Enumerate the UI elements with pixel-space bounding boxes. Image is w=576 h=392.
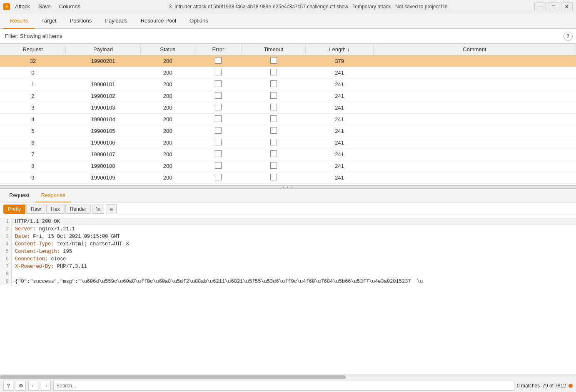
pretty-button[interactable]: Pretty	[3, 205, 25, 214]
timeout-checkbox[interactable]	[270, 80, 277, 87]
error-checkbox[interactable]	[215, 139, 222, 145]
col-comment[interactable]: Comment	[373, 44, 576, 55]
hex-button[interactable]: Hex	[46, 205, 64, 214]
cell-status: 200	[140, 114, 195, 125]
cell-status: 200	[140, 160, 195, 172]
table-row[interactable]: 119900101200241	[0, 79, 576, 90]
close-button[interactable]: ✕	[561, 2, 573, 11]
search-input[interactable]	[53, 381, 514, 391]
forward-button[interactable]: →	[41, 381, 51, 391]
cell-payload: 19900107	[66, 149, 140, 160]
table-row[interactable]: 719900107200241	[0, 149, 576, 160]
attack-menu[interactable]: Attack	[13, 2, 32, 10]
tab-payloads[interactable]: Payloads	[98, 13, 134, 29]
tab-positions[interactable]: Positions	[63, 13, 99, 29]
table-row[interactable]: 0200241	[0, 67, 576, 79]
tab-results[interactable]: Results	[3, 13, 35, 29]
timeout-checkbox[interactable]	[270, 127, 277, 134]
timeout-checkbox[interactable]	[270, 139, 277, 145]
col-error[interactable]: Error	[195, 44, 242, 55]
cell-payload: 19900103	[66, 102, 140, 114]
table-row[interactable]: 919900109200241	[0, 172, 576, 184]
response-line: 9{"0":"success","msg":"\u606d\u559c\u60a…	[0, 278, 576, 285]
settings-button[interactable]: ⚙	[16, 381, 26, 391]
col-status[interactable]: Status	[140, 44, 195, 55]
error-checkbox[interactable]	[215, 127, 222, 134]
timeout-checkbox[interactable]	[270, 57, 277, 64]
line-number: 4	[0, 240, 12, 248]
help-button[interactable]: ?	[3, 381, 13, 391]
table-row[interactable]: 3219900201200379	[0, 55, 576, 67]
line-number: 1	[0, 218, 12, 225]
horizontal-scrollbar[interactable]	[0, 375, 576, 379]
table-header-row: Request Payload Status Error Timeout Len…	[0, 44, 576, 55]
cell-timeout	[242, 160, 306, 172]
line-number: 3	[0, 233, 12, 240]
timeout-checkbox[interactable]	[270, 162, 277, 169]
col-timeout[interactable]: Timeout	[242, 44, 306, 55]
cell-status: 200	[140, 55, 195, 67]
col-request[interactable]: Request	[0, 44, 66, 55]
cell-timeout	[242, 79, 306, 90]
error-checkbox[interactable]	[215, 104, 222, 110]
raw-button[interactable]: Raw	[26, 205, 45, 214]
cell-comment	[373, 160, 576, 172]
cell-comment	[373, 90, 576, 102]
filter-bar: Filter: Showing all items ?	[0, 29, 576, 44]
tab-response[interactable]: Response	[35, 189, 71, 202]
cell-status: 200	[140, 137, 195, 149]
error-checkbox[interactable]	[215, 69, 222, 75]
timeout-checkbox[interactable]	[270, 92, 277, 99]
error-checkbox[interactable]	[215, 150, 222, 157]
render-button[interactable]: Render	[65, 205, 91, 214]
response-line: 2Server: nginx/1.21.1	[0, 225, 576, 233]
cell-error	[195, 137, 242, 149]
minimize-button[interactable]: —	[534, 2, 546, 11]
col-length[interactable]: Length ↓	[306, 44, 374, 55]
filter-help-button[interactable]: ?	[564, 32, 573, 41]
line-content	[12, 270, 18, 278]
cell-status: 200	[140, 125, 195, 137]
col-payload[interactable]: Payload	[66, 44, 140, 55]
ln-button[interactable]: \n	[92, 205, 104, 214]
cell-request: 3	[0, 102, 66, 114]
filter-text: Filter: Showing all items	[3, 31, 560, 41]
pane-divider[interactable]: • • •	[0, 185, 576, 189]
table-row[interactable]: 619900106200241	[0, 137, 576, 149]
tab-target[interactable]: Target	[35, 13, 63, 29]
tab-options[interactable]: Options	[183, 13, 215, 29]
timeout-checkbox[interactable]	[270, 174, 277, 180]
error-checkbox[interactable]	[215, 92, 222, 99]
tab-request[interactable]: Request	[3, 189, 35, 202]
table-row[interactable]: 519900105200241	[0, 125, 576, 137]
cell-status: 200	[140, 172, 195, 184]
table-row[interactable]: 219900102200241	[0, 90, 576, 102]
error-checkbox[interactable]	[215, 115, 222, 122]
response-line: 6Connection: close	[0, 255, 576, 263]
timeout-checkbox[interactable]	[270, 69, 277, 75]
table-row[interactable]: 419900104200241	[0, 114, 576, 125]
error-checkbox[interactable]	[215, 80, 222, 87]
columns-menu[interactable]: Columns	[57, 2, 82, 10]
timeout-checkbox[interactable]	[270, 115, 277, 122]
cell-status: 200	[140, 149, 195, 160]
cell-timeout	[242, 67, 306, 79]
back-button[interactable]: ←	[28, 381, 38, 391]
response-line: 3Date: Fri, 15 Oct 2021 09:15:00 GMT	[0, 233, 576, 240]
save-menu[interactable]: Save	[37, 2, 52, 10]
cell-payload: 19900201	[66, 55, 140, 67]
timeout-checkbox[interactable]	[270, 150, 277, 157]
scrollbar-thumb[interactable]	[0, 375, 346, 379]
error-checkbox[interactable]	[215, 57, 222, 64]
line-content: Date: Fri, 15 Oct 2021 09:15:00 GMT	[12, 233, 123, 240]
tab-resource-pool[interactable]: Resource Pool	[134, 13, 183, 29]
maximize-button[interactable]: □	[548, 2, 559, 11]
cell-length: 241	[306, 137, 374, 149]
table-row[interactable]: 819900108200241	[0, 160, 576, 172]
error-checkbox[interactable]	[215, 162, 222, 169]
menu-icon-button[interactable]: ≡	[106, 204, 117, 214]
table-row[interactable]: 319900103200241	[0, 102, 576, 114]
error-checkbox[interactable]	[215, 174, 222, 180]
timeout-checkbox[interactable]	[270, 104, 277, 110]
cell-comment	[373, 125, 576, 137]
